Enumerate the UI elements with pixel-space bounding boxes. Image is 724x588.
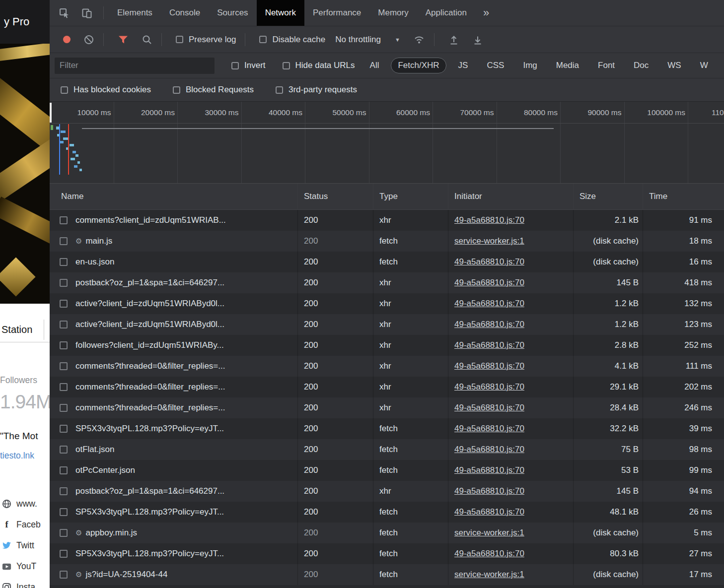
inspect-icon[interactable] [53,0,75,26]
filter-chip-img[interactable]: Img [516,58,544,73]
third-party-requests-checkbox[interactable]: 3rd-party requests [276,85,357,95]
row-checkbox[interactable] [60,446,68,454]
row-checkbox[interactable] [60,487,68,495]
column-header-status[interactable]: Status [298,184,373,209]
disable-cache-checkbox[interactable]: Disable cache [259,35,325,45]
tab-sources[interactable]: Sources [209,0,256,26]
clear-button[interactable] [83,34,94,45]
filter-chip-js[interactable]: JS [451,58,475,73]
tab-performance[interactable]: Performance [304,0,369,26]
column-header-name[interactable]: Name [50,184,298,209]
request-initiator-link[interactable]: 49-a5a68810.js:70 [454,215,524,225]
column-header-time[interactable]: Time [643,184,724,209]
request-initiator-link[interactable]: service-worker.js:1 [454,570,524,580]
filter-chip-w[interactable]: W [693,58,715,73]
social-link-yout[interactable]: YouT [1,556,50,577]
request-initiator-link[interactable]: 49-a5a68810.js:70 [454,549,524,559]
network-request-row[interactable]: ⚙js?id=UA-2519404-44200fetchservice-work… [50,564,724,585]
export-har-icon[interactable] [472,34,483,45]
hide-data-urls-checkbox[interactable]: Hide data URLs [283,61,355,70]
request-initiator-link[interactable]: 49-a5a68810.js:70 [454,340,524,350]
request-initiator-link[interactable]: service-worker.js:1 [454,528,524,538]
filter-chip-all[interactable]: All [363,58,386,73]
row-checkbox[interactable] [60,529,68,537]
column-header-size[interactable]: Size [574,184,643,209]
request-initiator-link[interactable]: service-worker.js:1 [454,236,524,246]
row-checkbox[interactable] [60,300,68,308]
column-header-type[interactable]: Type [373,184,448,209]
filter-chip-media[interactable]: Media [549,58,586,73]
filter-chip-fetch-xhr[interactable]: Fetch/XHR [391,58,446,73]
throttling-select[interactable]: No throttling ▼ [335,35,400,45]
network-request-row[interactable]: SP5X3v3tyqPL.128.mp3?Policy=eyJT...200fe… [50,543,724,564]
column-header-initiator[interactable]: Initiator [448,184,574,209]
row-checkbox[interactable] [60,508,68,516]
social-link-twitt[interactable]: Twitt [1,535,50,556]
network-request-row[interactable]: otFlat.json200fetch49-a5a68810.js:7075 B… [50,439,724,460]
station-button[interactable]: Station [0,318,50,342]
search-icon[interactable] [142,34,152,45]
row-checkbox[interactable] [60,362,68,370]
row-checkbox[interactable] [60,571,68,579]
network-request-row[interactable]: comments?client_id=zdUqm51WRIAB...200xhr… [50,210,724,231]
tab-application[interactable]: Application [417,0,475,26]
filter-chip-css[interactable]: CSS [480,58,511,73]
request-initiator-link[interactable]: 49-a5a68810.js:70 [454,424,524,434]
request-initiator-link[interactable]: 49-a5a68810.js:70 [454,299,524,309]
row-checkbox[interactable] [60,383,68,391]
filter-input[interactable] [55,58,215,74]
request-initiator-link[interactable]: 49-a5a68810.js:70 [454,403,524,413]
bio-link[interactable]: tiesto.lnk [0,451,34,461]
network-request-row[interactable]: followers?client_id=zdUqm51WRIABy...200x… [50,335,724,356]
social-link-faceb[interactable]: f Faceb [1,514,50,535]
row-checkbox[interactable] [60,550,68,558]
invert-checkbox[interactable]: Invert [231,61,266,70]
blocked-requests-checkbox[interactable]: Blocked Requests [173,85,254,95]
network-request-row[interactable]: comments?threaded=0&filter_replies=...20… [50,397,724,418]
filter-chip-font[interactable]: Font [591,58,622,73]
request-initiator-link[interactable]: 49-a5a68810.js:70 [454,257,524,267]
request-initiator-link[interactable]: 49-a5a68810.js:70 [454,486,524,496]
record-button[interactable] [63,36,71,43]
network-request-row[interactable]: SP5X3v3tyqPL.128.mp3?Policy=eyJT...200fe… [50,502,724,523]
overview-window-handle[interactable] [50,103,52,123]
filter-chip-doc[interactable]: Doc [627,58,655,73]
row-checkbox[interactable] [60,466,68,474]
network-request-row[interactable]: ⚙main.js200fetchservice-worker.js:1(disk… [50,231,724,252]
network-conditions-icon[interactable] [413,34,425,45]
row-checkbox[interactable] [60,216,68,224]
request-initiator-link[interactable]: 49-a5a68810.js:70 [454,361,524,371]
network-request-row[interactable]: SP5X3v3tyqPL.128.mp3?Policy=eyJT...200fe… [50,418,724,439]
network-request-row[interactable]: ⚙appboy.min.js200fetchservice-worker.js:… [50,523,724,543]
more-tabs-button[interactable]: » [475,0,497,26]
request-initiator-link[interactable]: 49-a5a68810.js:70 [454,507,524,517]
row-checkbox[interactable] [60,321,68,328]
has-blocked-cookies-checkbox[interactable]: Has blocked cookies [61,85,151,95]
row-checkbox[interactable] [60,404,68,412]
social-link-www[interactable]: www. [1,493,50,514]
filter-toggle-icon[interactable] [118,34,129,45]
network-request-row[interactable]: postback?oz_pl=1&spa=1&ci=646297...200xh… [50,481,724,502]
row-checkbox[interactable] [60,279,68,287]
row-checkbox[interactable] [60,425,68,433]
network-request-row[interactable]: active?client_id=zdUqm51WRIAByd0l...200x… [50,293,724,314]
row-checkbox[interactable] [60,341,68,349]
filter-chip-ws[interactable]: WS [660,58,688,73]
network-request-row[interactable]: comments?threaded=0&filter_replies=...20… [50,356,724,377]
tab-console[interactable]: Console [161,0,209,26]
request-initiator-link[interactable]: 49-a5a68810.js:70 [454,445,524,455]
row-checkbox[interactable] [60,237,68,245]
network-request-row[interactable]: comments?threaded=0&filter_replies=...20… [50,377,724,397]
tab-memory[interactable]: Memory [369,0,417,26]
request-initiator-link[interactable]: 49-a5a68810.js:70 [454,382,524,392]
network-request-row[interactable]: postback?oz_pl=1&spa=1&ci=646297...200xh… [50,272,724,293]
request-initiator-link[interactable]: 49-a5a68810.js:70 [454,278,524,288]
row-checkbox[interactable] [60,258,68,266]
social-link-insta[interactable]: Insta [1,577,50,588]
request-initiator-link[interactable]: 49-a5a68810.js:70 [454,465,524,475]
preserve-log-checkbox[interactable]: Preserve log [176,35,236,45]
tab-network[interactable]: Network [257,0,304,26]
network-request-row[interactable]: en-us.json200fetch49-a5a68810.js:70(disk… [50,252,724,272]
request-initiator-link[interactable]: 49-a5a68810.js:70 [454,320,524,329]
network-overview[interactable]: 10000 ms20000 ms30000 ms40000 ms50000 ms… [50,102,724,184]
